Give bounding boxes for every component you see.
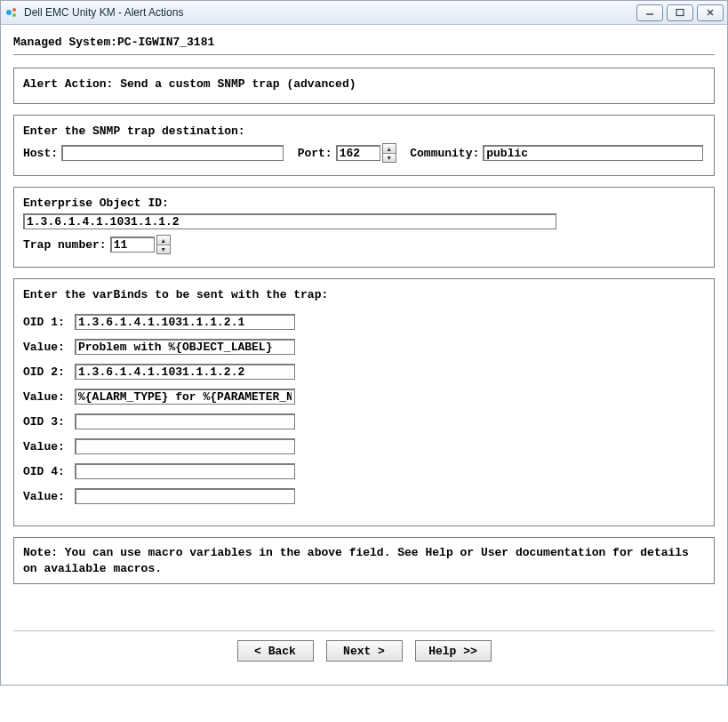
app-window: Dell EMC Unity KM - Alert Actions Manage…: [0, 0, 728, 686]
community-label: Community:: [410, 147, 479, 160]
value1-label: Value:: [23, 341, 71, 354]
wizard-footer: < Back Next > Help >>: [13, 630, 715, 672]
oid4-input[interactable]: [75, 463, 295, 479]
port-spinner[interactable]: ▲ ▼: [382, 143, 396, 163]
back-button[interactable]: < Back: [237, 640, 314, 662]
note-panel: Note: You can use macro variables in the…: [13, 537, 715, 584]
help-button[interactable]: Help >>: [415, 640, 492, 662]
value3-label: Value:: [23, 440, 71, 453]
minimize-button[interactable]: [636, 4, 663, 21]
trap-number-input[interactable]: [110, 237, 155, 253]
next-button[interactable]: Next >: [326, 640, 403, 662]
oid3-input[interactable]: [75, 413, 295, 429]
managed-system-label: Managed System:: [13, 36, 117, 49]
close-button[interactable]: [697, 4, 724, 21]
varbinds-title: Enter the varBinds to be sent with the t…: [23, 288, 705, 301]
host-label: Host:: [23, 147, 58, 160]
snmp-destination-panel: Enter the SNMP trap destination: Host: P…: [13, 115, 715, 176]
svg-point-2: [12, 13, 16, 17]
alert-action-panel: Alert Action: Send a custom SNMP trap (a…: [13, 68, 715, 104]
alert-action-label: Alert Action:: [23, 77, 113, 91]
oid1-label: OID 1:: [23, 316, 71, 329]
port-spin-down[interactable]: ▼: [383, 153, 396, 162]
community-input[interactable]: [483, 145, 703, 161]
app-icon: [4, 5, 19, 20]
oid1-input[interactable]: [75, 314, 295, 330]
port-label: Port:: [298, 147, 332, 160]
content-area: Managed System:PC-IGWIN7_3181 Alert Acti…: [1, 25, 727, 685]
oid3-label: OID 3:: [23, 415, 71, 429]
alert-action-value: Send a custom SNMP trap (advanced): [120, 77, 356, 91]
host-input[interactable]: [61, 145, 284, 161]
port-input[interactable]: [336, 145, 380, 161]
oid2-input[interactable]: [75, 364, 295, 380]
oid2-label: OID 2:: [23, 365, 71, 379]
trap-spin-up[interactable]: ▲: [157, 236, 170, 245]
value4-label: Value:: [23, 490, 71, 503]
svg-point-0: [6, 10, 12, 15]
varbinds-panel: Enter the varBinds to be sent with the t…: [13, 278, 715, 526]
trap-number-label: Trap number:: [23, 238, 107, 252]
value4-input[interactable]: [75, 488, 295, 504]
value2-label: Value:: [23, 390, 71, 404]
enterprise-oid-label: Enterprise Object ID:: [23, 197, 705, 210]
value1-input[interactable]: [75, 339, 295, 355]
window-title: Dell EMC Unity KM - Alert Actions: [24, 6, 183, 19]
svg-rect-4: [676, 10, 684, 16]
snmp-destination-title: Enter the SNMP trap destination:: [23, 124, 705, 138]
trap-spin-down[interactable]: ▼: [157, 245, 170, 253]
oid4-label: OID 4:: [23, 465, 71, 478]
enterprise-oid-input[interactable]: [23, 213, 556, 229]
maximize-button[interactable]: [667, 4, 693, 21]
note-text: Note: You can use macro variables in the…: [23, 546, 689, 575]
managed-system-value: PC-IGWIN7_3181: [117, 36, 214, 49]
managed-system-line: Managed System:PC-IGWIN7_3181: [13, 36, 715, 49]
enterprise-oid-panel: Enterprise Object ID: Trap number: ▲ ▼: [13, 187, 715, 268]
port-spin-up[interactable]: ▲: [383, 144, 396, 153]
value3-input[interactable]: [75, 438, 295, 454]
titlebar: Dell EMC Unity KM - Alert Actions: [1, 1, 727, 25]
trap-spinner[interactable]: ▲ ▼: [156, 235, 171, 254]
svg-point-1: [12, 8, 16, 12]
value2-input[interactable]: [75, 389, 295, 405]
separator: [13, 54, 715, 55]
